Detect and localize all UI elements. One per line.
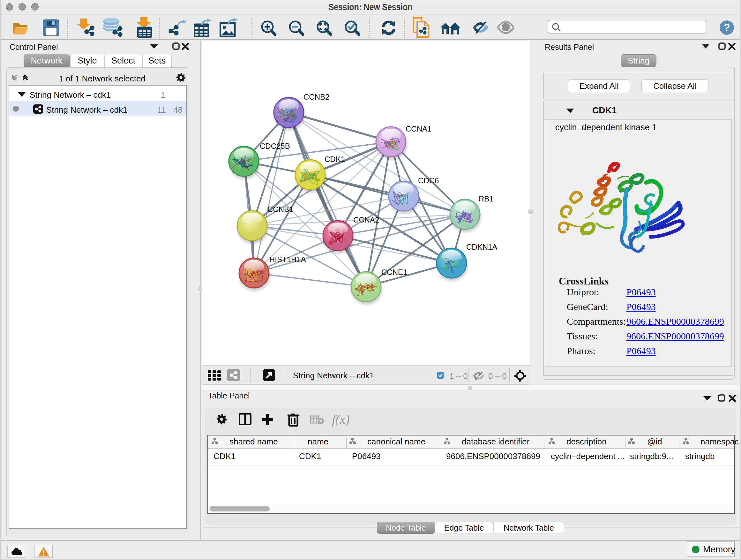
svg-text:CCNA2: CCNA2 — [353, 215, 379, 224]
svg-text:CCNB1: CCNB1 — [267, 205, 293, 213]
svg-text:CDK1: CDK1 — [325, 155, 345, 164]
svg-text:HIST1H1A: HIST1H1A — [269, 255, 306, 264]
svg-text:CCNE1: CCNE1 — [381, 268, 407, 276]
svg-text:RB1: RB1 — [479, 194, 494, 203]
svg-text:CCNB2: CCNB2 — [304, 92, 329, 101]
svg-text:CCNA1: CCNA1 — [406, 125, 431, 133]
svg-text:CDC6: CDC6 — [418, 176, 439, 185]
svg-text:CDKN1A: CDKN1A — [466, 243, 497, 251]
svg-text:CDC25B: CDC25B — [260, 142, 290, 150]
